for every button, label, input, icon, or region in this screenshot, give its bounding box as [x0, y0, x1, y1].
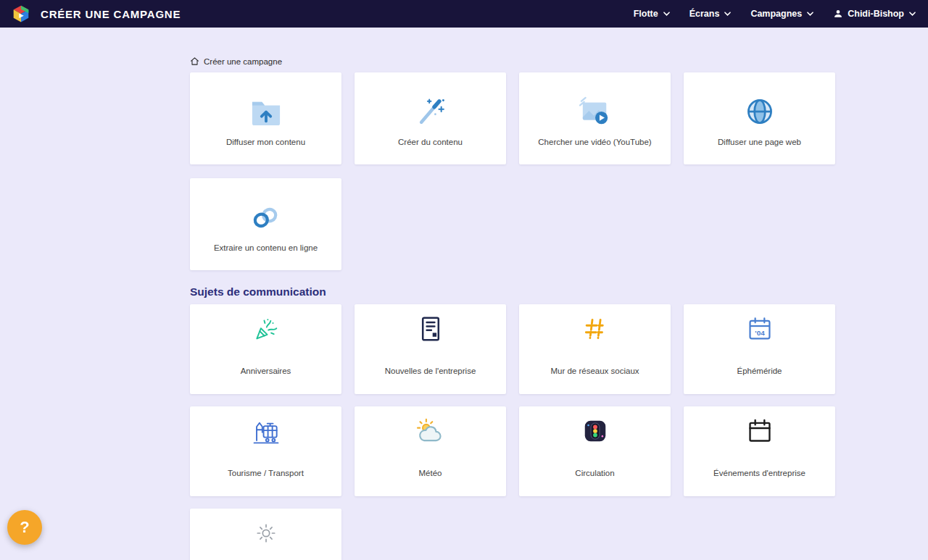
card-label: Chercher une vidéo (YouTube)	[534, 138, 655, 146]
card-anniversaires[interactable]: Anniversaires	[190, 304, 341, 394]
nav-menu-label: Campagnes	[750, 9, 802, 19]
card-label: Créer du contenu	[394, 138, 467, 146]
newspaper-icon	[418, 314, 444, 343]
topic-cards-grid: Anniversaires Nouvelles de l'entreprise	[190, 304, 835, 560]
app-logo[interactable]	[12, 4, 30, 23]
nav-menu-ecrans[interactable]: Écrans	[689, 9, 732, 19]
video-search-icon	[579, 94, 612, 129]
chevron-down-icon	[908, 11, 916, 17]
card-label: Éphéméride	[732, 367, 786, 375]
main-content: Créer une campagne Diffuser mon contenu	[0, 0, 928, 560]
link-icon	[249, 200, 283, 235]
card-diffuser-une-page-web[interactable]: Diffuser une page web	[684, 72, 835, 164]
card-nouvelles-entreprise[interactable]: Nouvelles de l'entreprise	[355, 304, 506, 394]
page-title: CRÉER UNE CAMPAGNE	[41, 8, 181, 20]
card-label: Nouvelles de l'entreprise	[381, 367, 481, 375]
card-diffuser-mon-contenu[interactable]: Diffuser mon contenu	[190, 72, 341, 164]
magic-wand-icon	[415, 94, 447, 129]
section-title-topics: Sujets de communication	[190, 286, 835, 298]
globe-icon	[744, 94, 776, 129]
card-extraire-un-contenu[interactable]: Extraire un contenu en ligne	[190, 178, 341, 270]
card-label: Diffuser une page web	[713, 138, 805, 146]
card-evenements-entreprise[interactable]: Événements d'entreprise	[684, 406, 835, 496]
card-creer-du-contenu[interactable]: Créer du contenu	[355, 72, 506, 164]
user-menu[interactable]: Chidi-Bishop	[833, 9, 916, 19]
chevron-down-icon	[724, 11, 732, 17]
gear-icon	[255, 519, 277, 548]
upload-folder-icon	[249, 94, 283, 129]
card-chercher-une-video[interactable]: Chercher une vidéo (YouTube)	[519, 72, 671, 164]
breadcrumb-label: Créer une campagne	[204, 57, 282, 66]
top-navbar: CRÉER UNE CAMPAGNE Flotte Écrans Campagn…	[0, 0, 928, 28]
transport-icon	[251, 417, 281, 446]
card-meteo[interactable]: Météo	[355, 406, 506, 496]
card-label: Diffuser mon contenu	[222, 138, 310, 146]
weather-icon	[415, 417, 446, 446]
party-popper-icon	[252, 314, 280, 343]
navbar-menu: Flotte Écrans Campagnes Chidi-Bishop	[634, 9, 916, 19]
nav-menu-campagnes[interactable]: Campagnes	[750, 9, 814, 19]
svg-text:'04: '04	[755, 329, 765, 337]
user-name: Chidi-Bishop	[848, 9, 904, 19]
home-icon	[190, 57, 199, 66]
card-label: Mur de réseaux sociaux	[546, 367, 643, 375]
card-ephemeride[interactable]: '04 Éphéméride	[684, 304, 835, 394]
card-tourisme-transport[interactable]: Tourisme / Transport	[190, 406, 341, 496]
nav-menu-label: Flotte	[634, 9, 658, 19]
card-label: Météo	[415, 469, 447, 477]
card-partial-bottom[interactable]	[190, 509, 341, 560]
card-mur-reseaux-sociaux[interactable]: Mur de réseaux sociaux	[519, 304, 671, 394]
nav-menu-label: Écrans	[689, 9, 720, 19]
help-button[interactable]: ?	[7, 510, 42, 545]
user-icon	[833, 9, 843, 19]
traffic-light-icon	[581, 417, 609, 446]
event-calendar-icon	[746, 417, 774, 446]
card-label: Extraire un contenu en ligne	[210, 243, 322, 252]
card-circulation[interactable]: Circulation	[519, 406, 671, 496]
chevron-down-icon	[663, 11, 671, 17]
cube-play-logo-icon	[12, 4, 30, 23]
breadcrumb[interactable]: Créer une campagne	[190, 57, 282, 66]
card-label: Anniversaires	[236, 367, 296, 375]
card-label: Circulation	[571, 469, 618, 477]
chevron-down-icon	[806, 11, 814, 17]
nav-menu-flotte[interactable]: Flotte	[634, 9, 671, 19]
ephemeris-calendar-icon: '04	[746, 314, 774, 343]
card-label: Événements d'entreprise	[709, 469, 810, 477]
card-label: Tourisme / Transport	[223, 469, 308, 477]
creation-cards-grid: Diffuser mon contenu Créer du	[190, 72, 835, 270]
hashtag-wall-icon	[581, 314, 609, 343]
